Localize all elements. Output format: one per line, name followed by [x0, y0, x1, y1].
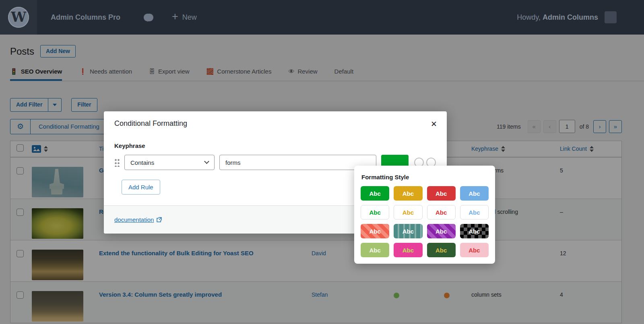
new-content-menu[interactable]: + New [172, 12, 197, 22]
modal-header: Conditional Formatting ✕ [104, 111, 447, 128]
style-swatch-pink[interactable]: Abc [394, 243, 422, 257]
style-swatch-dark-green[interactable]: Abc [427, 243, 456, 257]
style-swatch-green[interactable]: Abc [361, 186, 389, 201]
rule-field-label: Keyphrase [114, 142, 436, 149]
style-swatch-red[interactable]: Abc [427, 186, 456, 201]
style-swatch-grid: Abc Abc Abc Abc Abc Abc Abc Abc Abc Abc … [361, 186, 489, 257]
wordpress-logo-letter: W [11, 10, 26, 24]
rule-value-input[interactable] [219, 155, 376, 170]
new-label: New [182, 13, 197, 22]
style-swatch-blue[interactable]: Abc [460, 186, 489, 201]
external-link-icon [157, 217, 162, 222]
wordpress-admin-screen: W Admin Columns Pro + New Howdy, Admin C… [0, 0, 644, 324]
site-name-menu[interactable]: Admin Columns Pro [51, 13, 120, 22]
operator-select[interactable]: Contains [124, 155, 215, 170]
user-display-name: Admin Columns [543, 13, 598, 21]
style-swatch-light-green[interactable]: Abc [361, 243, 389, 257]
documentation-link[interactable]: documentation [114, 216, 162, 223]
account-menu[interactable]: Howdy, Admin Columns [517, 11, 644, 23]
style-swatch-yellow[interactable]: Abc [394, 186, 422, 201]
howdy-word: Howdy, [517, 13, 541, 21]
howdy-text: Howdy, Admin Columns [517, 13, 598, 22]
style-swatch-checkerboard[interactable]: Abc [460, 224, 489, 238]
avatar[interactable] [605, 11, 617, 23]
chevron-down-icon [204, 159, 209, 164]
drag-handle-icon[interactable] [114, 158, 120, 167]
style-swatch-yellow-text[interactable]: Abc [394, 205, 422, 219]
modal-title: Conditional Formatting [114, 119, 187, 127]
style-swatch-teal-stripes[interactable]: Abc [394, 224, 422, 238]
style-swatch-red-stripes[interactable]: Abc [361, 224, 389, 238]
wordpress-logo-icon: W [8, 7, 29, 28]
style-swatch-red-text[interactable]: Abc [427, 205, 456, 219]
operator-value: Contains [130, 159, 154, 166]
wordpress-menu[interactable]: W [0, 0, 37, 35]
style-swatch-purple-stripes[interactable]: Abc [427, 224, 456, 238]
style-swatch-light-pink[interactable]: Abc [460, 243, 489, 257]
admin-bar: W Admin Columns Pro + New Howdy, Admin C… [0, 0, 644, 35]
close-icon[interactable]: ✕ [431, 119, 437, 129]
add-rule-button[interactable]: Add Rule [122, 180, 160, 195]
popup-title: Formatting Style [361, 174, 489, 180]
formatting-style-popup: Formatting Style Abc Abc Abc Abc Abc Abc… [354, 166, 495, 264]
plus-icon: + [172, 11, 178, 22]
documentation-label: documentation [114, 216, 154, 223]
style-swatch-green-text[interactable]: Abc [361, 205, 389, 219]
comments-menu[interactable] [144, 14, 153, 21]
comment-bubble-icon [144, 14, 153, 21]
style-swatch-blue-text[interactable]: Abc [460, 205, 489, 219]
